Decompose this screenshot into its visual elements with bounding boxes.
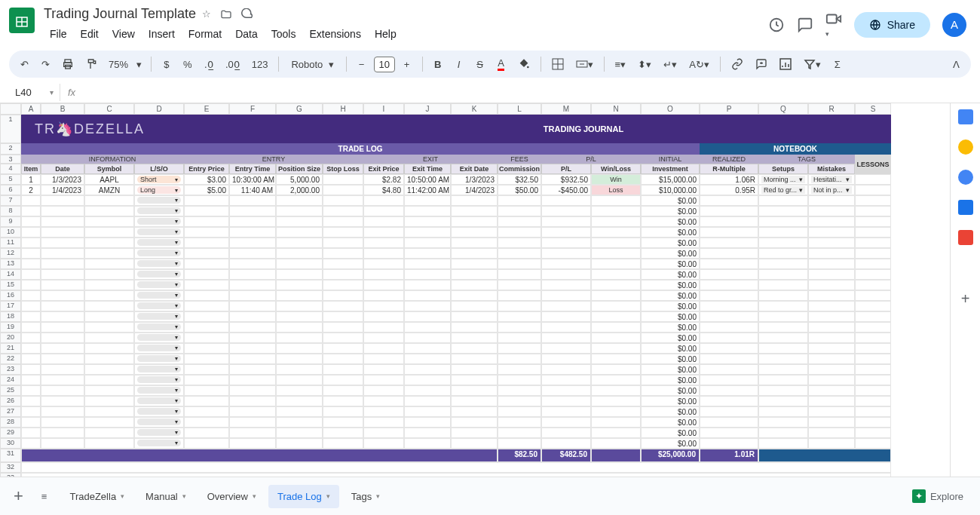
col-header-S[interactable]: S — [855, 103, 891, 115]
cell[interactable]: $0.00 — [641, 311, 700, 322]
cell[interactable] — [184, 343, 229, 354]
cell[interactable] — [184, 396, 229, 406]
cell[interactable] — [404, 238, 451, 248]
cell[interactable] — [184, 238, 229, 248]
lso-dropdown[interactable]: ▾ — [134, 238, 184, 248]
cell[interactable] — [41, 322, 84, 333]
col-header-R[interactable]: R — [808, 103, 855, 115]
cell[interactable]: 2,000.00 — [276, 185, 323, 195]
setup-dropdown[interactable]: Morning ...▾ — [758, 174, 808, 185]
cell[interactable] — [323, 290, 363, 301]
cell[interactable] — [591, 396, 641, 406]
cell[interactable] — [451, 227, 498, 238]
cell[interactable]: $0.00 — [641, 406, 700, 417]
cell[interactable] — [21, 375, 41, 385]
cell[interactable]: $0.00 — [641, 269, 700, 280]
menu-help[interactable]: Help — [369, 25, 403, 43]
cell[interactable] — [21, 269, 41, 280]
cell[interactable] — [451, 322, 498, 333]
row-header[interactable]: 4 — [0, 164, 21, 174]
cell[interactable] — [758, 406, 808, 417]
row-header[interactable]: 21 — [0, 343, 21, 354]
cell[interactable] — [700, 195, 758, 206]
cell[interactable] — [700, 364, 758, 375]
cell[interactable] — [229, 269, 276, 280]
cell[interactable] — [276, 333, 323, 343]
cell[interactable]: $0.00 — [641, 396, 700, 406]
cell[interactable] — [404, 259, 451, 269]
cell[interactable] — [184, 375, 229, 385]
cell[interactable] — [323, 185, 363, 195]
cell[interactable] — [229, 417, 276, 428]
cell[interactable] — [323, 195, 363, 206]
cell[interactable] — [498, 216, 541, 227]
row-header[interactable]: 28 — [0, 417, 21, 428]
cell[interactable] — [498, 385, 541, 396]
col-header-D[interactable]: D — [134, 103, 184, 115]
cell[interactable] — [21, 290, 41, 301]
cell[interactable] — [363, 206, 404, 216]
cell[interactable]: Loss — [591, 185, 641, 195]
cell[interactable] — [323, 354, 363, 364]
cell[interactable] — [41, 248, 84, 259]
cell[interactable] — [808, 333, 855, 343]
cell[interactable] — [229, 206, 276, 216]
cell[interactable] — [84, 311, 134, 322]
lso-dropdown[interactable]: ▾ — [134, 259, 184, 269]
cell[interactable] — [276, 195, 323, 206]
cell[interactable] — [808, 195, 855, 206]
cell[interactable]: $0.00 — [641, 216, 700, 227]
cell[interactable] — [700, 227, 758, 238]
col-header-K[interactable]: K — [451, 103, 498, 115]
cell[interactable] — [84, 322, 134, 333]
cell[interactable] — [404, 333, 451, 343]
cell[interactable] — [808, 417, 855, 428]
cell[interactable] — [700, 375, 758, 385]
cell[interactable]: $4.80 — [363, 185, 404, 195]
col-header-E[interactable]: E — [184, 103, 229, 115]
cell[interactable] — [498, 333, 541, 343]
cell[interactable] — [758, 238, 808, 248]
cell[interactable] — [808, 406, 855, 417]
cell[interactable] — [808, 269, 855, 280]
cell[interactable] — [323, 269, 363, 280]
cell[interactable]: $10,000.00 — [641, 185, 700, 195]
meet-icon[interactable]: ▾ — [825, 11, 842, 38]
cell[interactable] — [451, 311, 498, 322]
cell[interactable] — [541, 280, 591, 290]
add-sheet-button[interactable]: + — [9, 482, 28, 510]
sheet-grid[interactable]: ABCDEFGHIJKLMNOPQRS1TR🦄DEZELLATRADING JO… — [0, 103, 950, 477]
cell[interactable] — [404, 364, 451, 375]
lso-dropdown[interactable]: ▾ — [134, 343, 184, 354]
cell[interactable] — [84, 375, 134, 385]
cell[interactable] — [41, 438, 84, 449]
cell[interactable] — [855, 333, 891, 343]
cell[interactable] — [855, 185, 891, 195]
cell[interactable] — [84, 290, 134, 301]
cell[interactable] — [184, 216, 229, 227]
cell[interactable] — [184, 354, 229, 364]
cell[interactable] — [84, 396, 134, 406]
calendar-icon[interactable] — [958, 109, 973, 124]
lso-dropdown[interactable]: ▾ — [134, 354, 184, 364]
cell[interactable]: $32.50 — [498, 174, 541, 185]
cell[interactable] — [84, 364, 134, 375]
cell[interactable] — [758, 396, 808, 406]
strikethrough-button[interactable]: S — [471, 54, 489, 75]
cell[interactable] — [323, 238, 363, 248]
cell[interactable] — [498, 438, 541, 449]
zoom-dropdown[interactable]: 75% ▾ — [106, 54, 145, 75]
cell[interactable] — [363, 438, 404, 449]
cell[interactable] — [451, 248, 498, 259]
row-header[interactable]: 19 — [0, 322, 21, 333]
cell[interactable] — [808, 290, 855, 301]
cell[interactable] — [21, 438, 41, 449]
cell[interactable] — [404, 301, 451, 311]
merge-button[interactable]: ▾ — [571, 54, 598, 75]
cell[interactable] — [758, 195, 808, 206]
cell[interactable] — [498, 311, 541, 322]
row-header[interactable]: 26 — [0, 396, 21, 406]
cell[interactable] — [404, 428, 451, 438]
cell[interactable] — [84, 216, 134, 227]
cell[interactable] — [855, 354, 891, 364]
